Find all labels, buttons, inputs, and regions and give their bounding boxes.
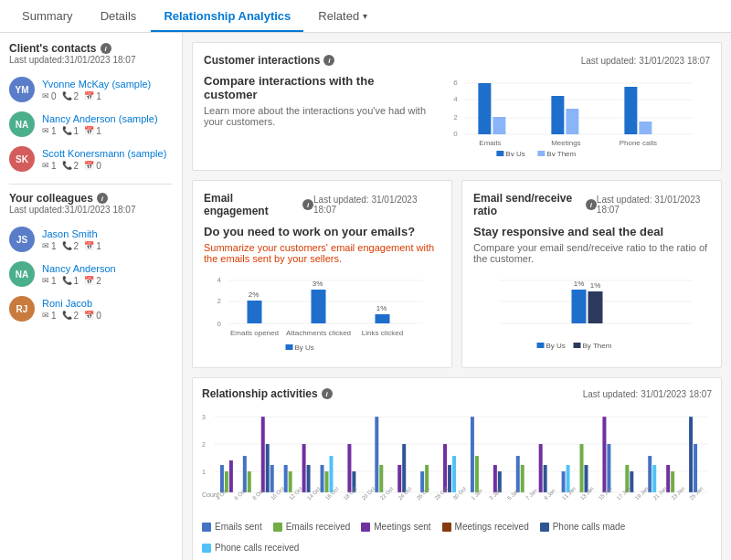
svg-text:0: 0 <box>454 130 459 138</box>
contact-item[interactable]: SKScott Konersmann (sample)✉1📞2📅0 <box>9 142 173 176</box>
contact-stat: 📅1 <box>84 91 101 101</box>
svg-rect-95 <box>602 417 606 492</box>
contact-stats: ✉1📞2📅0 <box>42 311 173 321</box>
avatar: NA <box>9 111 35 137</box>
svg-text:5 Jan: 5 Jan <box>506 488 520 502</box>
legend-emails-sent: Emails sent <box>202 522 262 532</box>
svg-rect-12 <box>567 109 579 134</box>
content-area: Customer interactions i Last updated: 31… <box>183 33 731 560</box>
svg-text:1%: 1% <box>590 281 601 290</box>
contact-item[interactable]: RJRoni Jacob✉1📞2📅0 <box>9 291 173 326</box>
svg-rect-64 <box>270 465 274 492</box>
contact-item[interactable]: NANancy Anderson (sample)✉1📞1📅1 <box>9 107 173 142</box>
contact-stat: 📞2 <box>62 161 79 171</box>
svg-rect-101 <box>666 465 670 492</box>
svg-rect-104 <box>694 444 697 492</box>
svg-text:Links clicked: Links clicked <box>362 329 403 337</box>
svg-rect-9 <box>493 117 506 134</box>
svg-text:17 Jan: 17 Jan <box>616 486 631 502</box>
contact-item[interactable]: YMYvonne McKay (sample)✉0📞2📅1 <box>9 72 173 107</box>
svg-rect-59 <box>229 460 233 492</box>
svg-rect-90 <box>544 465 547 492</box>
contact-info: Scott Konersmann (sample)✉1📞2📅0 <box>42 148 173 171</box>
svg-rect-14 <box>625 87 638 134</box>
contact-item[interactable]: JSJason Smith✉1📞2📅1 <box>9 222 173 257</box>
customer-interactions-header: Customer interactions i Last updated: 31… <box>204 54 710 67</box>
svg-rect-67 <box>302 444 306 492</box>
svg-text:By Us: By Us <box>295 343 314 352</box>
tab-relationship-analytics[interactable]: Relationship Analytics <box>151 2 303 32</box>
contact-name[interactable]: Scott Konersmann (sample) <box>42 148 173 159</box>
svg-text:By Them: By Them <box>583 342 612 350</box>
email-send-receive-header: Email send/receive ratio i Last updated:… <box>473 192 710 217</box>
legend-dot-meetings-sent <box>361 523 370 532</box>
svg-text:2: 2 <box>202 441 206 448</box>
clients-updated: Last updated:31/01/2023 18:07 <box>9 55 173 65</box>
middle-row: Email engagement i Last updated: 31/01/2… <box>192 180 722 368</box>
svg-rect-70 <box>325 471 329 492</box>
contact-name[interactable]: Yvonne McKay (sample) <box>42 79 173 90</box>
svg-rect-91 <box>562 471 566 492</box>
contact-stat: ✉1 <box>42 126 57 136</box>
svg-rect-84 <box>475 456 479 492</box>
customer-interactions-text: Compare interactions with the customer L… <box>204 74 429 159</box>
email-engagement-info-icon[interactable]: i <box>302 199 313 210</box>
svg-text:2: 2 <box>217 297 222 305</box>
relationship-activities-info-icon[interactable]: i <box>322 388 333 399</box>
svg-rect-76 <box>397 465 401 492</box>
svg-rect-88 <box>521 465 524 492</box>
email-send-receive-title: Email send/receive ratio i <box>473 192 597 217</box>
contact-stat: ✉1 <box>42 241 57 251</box>
contact-name[interactable]: Nancy Anderson (sample) <box>42 113 173 124</box>
legend-dot-emails-sent <box>202 523 211 532</box>
svg-rect-96 <box>607 444 610 492</box>
contact-stat: 📞1 <box>62 126 79 136</box>
svg-rect-36 <box>286 344 293 350</box>
contact-stat: 📅1 <box>84 126 101 136</box>
clients-info-icon[interactable]: i <box>101 43 111 54</box>
svg-text:Emails opened: Emails opened <box>230 329 279 337</box>
customer-interactions-desc: Learn more about the interactions you've… <box>204 105 429 127</box>
svg-rect-8 <box>479 83 492 134</box>
avatar: JS <box>9 227 35 252</box>
colleagues-title: Your colleagues i <box>9 192 173 205</box>
contact-stats: ✉1📞2📅0 <box>42 161 173 171</box>
svg-text:1%: 1% <box>376 304 387 312</box>
avatar: YM <box>9 77 35 102</box>
contact-stats: ✉1📞1📅2 <box>42 276 173 286</box>
customer-interactions-subtitle: Compare interactions with the customer <box>204 74 429 101</box>
customer-interactions-svg: 6 4 2 0 Emails <box>439 74 710 156</box>
customer-interactions-info-icon[interactable]: i <box>323 55 334 66</box>
contact-stat: 📞2 <box>62 311 79 321</box>
contact-name[interactable]: Roni Jacob <box>42 298 173 309</box>
email-engagement-desc: Summarize your customers' email engageme… <box>204 242 440 264</box>
colleagues-info-icon[interactable]: i <box>97 193 108 204</box>
svg-rect-80 <box>443 444 447 492</box>
email-send-receive-info-icon[interactable]: i <box>586 199 597 210</box>
contact-name[interactable]: Nancy Anderson <box>42 263 173 274</box>
svg-rect-102 <box>671 471 674 492</box>
tab-related[interactable]: Related ▾ <box>305 2 380 32</box>
contact-item[interactable]: NANancy Anderson✉1📞1📅2 <box>9 257 173 291</box>
contact-name[interactable]: Jason Smith <box>42 228 173 239</box>
colleagues-updated: Last updated:31/01/2023 18:07 <box>9 205 173 215</box>
tab-details[interactable]: Details <box>88 2 150 32</box>
contact-stats: ✉1📞2📅1 <box>42 241 173 251</box>
svg-text:By Us: By Us <box>506 150 525 156</box>
relationship-activities-title: Relationship activities i <box>202 387 333 400</box>
svg-rect-83 <box>471 417 474 492</box>
svg-text:2%: 2% <box>249 291 260 299</box>
svg-text:1: 1 <box>202 469 206 475</box>
svg-text:6: 6 <box>454 79 459 87</box>
email-engagement-subtitle: Do you need to work on your emails? <box>204 225 440 238</box>
svg-text:Meetings: Meetings <box>551 139 580 147</box>
svg-text:3: 3 <box>202 414 206 420</box>
svg-rect-63 <box>266 444 270 492</box>
tab-summary[interactable]: Summary <box>9 2 86 32</box>
customer-interactions-card: Customer interactions i Last updated: 31… <box>192 42 722 171</box>
svg-text:0: 0 <box>217 320 222 328</box>
svg-rect-99 <box>648 456 652 492</box>
svg-rect-71 <box>330 456 334 492</box>
svg-rect-15 <box>640 122 652 134</box>
svg-rect-17 <box>497 151 504 156</box>
